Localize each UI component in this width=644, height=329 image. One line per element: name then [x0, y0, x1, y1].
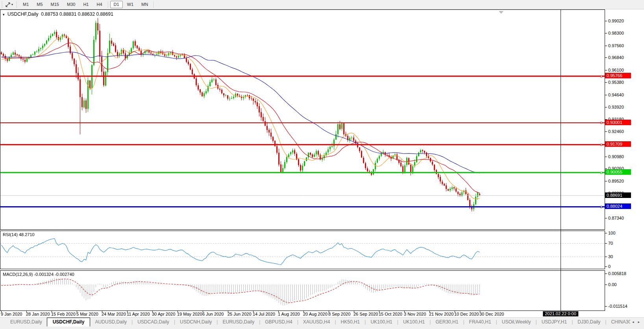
tabs-scroll: ◂ ▸: [630, 318, 644, 326]
chart-tab-usdcad-daily[interactable]: USDCAD,Daily: [133, 318, 174, 326]
chart-tab-dj30-daily[interactable]: DJ30,Daily: [573, 318, 605, 326]
hline-handle[interactable]: [600, 206, 602, 208]
ohlc-high: 0.88831: [59, 11, 76, 17]
chart-tab-eurusd-daily[interactable]: EURUSD,Daily: [6, 318, 47, 326]
date-tick-label: 3 Nov 2020: [404, 312, 426, 316]
price-tick-mark: [605, 57, 607, 58]
chart-tab-audusd-daily[interactable]: AUDUSD,Daily: [90, 318, 131, 326]
chart-tab-usdchf-daily[interactable]: USDCHF,Daily: [47, 318, 91, 327]
rsi-tick-label: 0: [608, 264, 611, 269]
tabs-scroll-right-icon[interactable]: ▸: [636, 319, 642, 325]
price-tick-mark: [605, 70, 607, 70]
chart-title: ▾ USDCHF,Daily 0.88753 0.88831 0.88632 0…: [3, 11, 113, 17]
timeframe-button-w1[interactable]: W1: [124, 1, 137, 8]
main-chart-pane[interactable]: ▾ USDCHF,Daily 0.88753 0.88831 0.88632 0…: [0, 9, 605, 230]
date-tick-label: 21 Nov 2020: [429, 312, 453, 316]
price-tick-label: 0.99020: [608, 18, 624, 23]
date-tick-label: 14 Jul 2020: [253, 312, 275, 316]
price-tick-label: 0.89520: [608, 179, 624, 183]
timeframe-button-m1[interactable]: M1: [19, 1, 32, 8]
rsi-tick-label: 100: [608, 231, 615, 235]
price-tick-mark: [605, 46, 607, 46]
chart-tab-uk100-h1[interactable]: UK100,H1: [398, 318, 429, 326]
date-tick-label: 11 Apr 2020: [127, 312, 150, 316]
timeframe-button-m15[interactable]: M15: [47, 1, 63, 8]
date-axis[interactable]: 9 Jan 202028 Jan 202015 Feb 20205 Mar 20…: [0, 311, 605, 317]
chart-tab-usdcnh-daily[interactable]: USDCNH,Daily: [175, 318, 217, 326]
price-tick-mark: [605, 107, 607, 107]
macd-tick-mark: [605, 274, 607, 274]
toolbar-grip[interactable]: [1, 2, 3, 8]
current-price-badge: 0.88691: [605, 192, 631, 198]
timeframe-button-mn[interactable]: MN: [138, 1, 152, 8]
macd-canvas[interactable]: [0, 271, 605, 311]
chart-tab-china300-h1[interactable]: CHINA300,H1: [606, 318, 630, 326]
price-tick-label: 0.92460: [608, 129, 624, 134]
chart-tab-xauusd-h4[interactable]: XAUUSD,H4: [298, 318, 335, 326]
chart-title-caret-icon[interactable]: ▾: [3, 13, 5, 17]
chart-tabs: EURUSD,DailyUSDCHF,DailyAUDUSD,Daily|USD…: [0, 318, 630, 327]
candlestick-canvas[interactable]: [0, 10, 605, 229]
price-badge-0.95766: 0.95766: [605, 73, 631, 78]
crosshair-cursor-icon[interactable]: [4, 1, 11, 8]
rsi-label: RSI(14) 48.2710: [3, 232, 35, 237]
hline-handle[interactable]: [600, 122, 602, 124]
date-tick-label: 26 Sep 2020: [353, 312, 378, 316]
chart-tab-uk100-h1[interactable]: UK100,H1: [366, 318, 397, 326]
rsi-pane[interactable]: RSI(14) 48.2710: [0, 231, 605, 269]
hline-0.88024[interactable]: [0, 206, 605, 207]
crosshair-vline[interactable]: [561, 9, 561, 311]
chart-tabs-bar: EURUSD,DailyUSDCHF,DailyAUDUSD,Daily|USD…: [0, 317, 644, 329]
price-tick-mark: [605, 95, 607, 95]
timeframe-button-m5[interactable]: M5: [33, 1, 46, 8]
price-axis[interactable]: 0.957660.930010.917090.900550.880240.990…: [605, 9, 644, 311]
chart-tab-usdjpy-h1[interactable]: USDJPY,H1: [537, 318, 572, 326]
date-tick-label: 1 Aug 2020: [278, 312, 300, 316]
price-tick-label: 0.94640: [608, 92, 624, 97]
hline-0.95766[interactable]: [0, 76, 605, 77]
chart-tab-eurusd-daily[interactable]: EURUSD,Daily: [218, 318, 259, 326]
ohlc-open: 0.88753: [41, 11, 58, 17]
rsi-tick-mark: [605, 243, 607, 244]
rsi-canvas[interactable]: [0, 231, 605, 269]
timeframe-button-d1[interactable]: D1: [110, 1, 123, 8]
hline-0.90055[interactable]: [0, 172, 605, 173]
timeframe-button-h4[interactable]: H4: [93, 1, 105, 8]
price-tick-mark: [605, 21, 607, 21]
date-tick-label: 15 Feb 2020: [51, 312, 76, 316]
toolbar-grip-2[interactable]: [16, 2, 18, 8]
dropdown-caret-icon[interactable]: ▾: [11, 3, 13, 6]
macd-tick-label: -0.011514: [608, 304, 627, 309]
macd-label: MACD(12,26,9) -0.001324 -0.002740: [3, 272, 74, 277]
price-tick-label: 0.96100: [608, 68, 624, 72]
rsi-tick-mark: [605, 233, 607, 233]
hline-0.93001[interactable]: [0, 122, 605, 123]
hline-handle[interactable]: [600, 172, 602, 174]
date-tick-label: 30 Dec 2020: [479, 312, 504, 316]
tabs-scroll-left-icon[interactable]: ◂: [630, 319, 636, 325]
chart-tab-ger30-h1[interactable]: GER30,H1: [431, 318, 463, 326]
chart-shift-marker-icon[interactable]: [499, 11, 503, 14]
chart-tab-usoil-weekly[interactable]: USOil,Weekly: [497, 318, 536, 326]
price-tick-label: 0.87340: [608, 216, 624, 220]
macd-pane[interactable]: MACD(12,26,9) -0.001324 -0.002740: [0, 270, 605, 311]
price-tick-mark: [605, 181, 607, 181]
price-tick-label: 0.98300: [608, 31, 624, 35]
date-tick-label: 10 Dec 2020: [454, 312, 479, 316]
chart-tab-fra40-h1[interactable]: FRA40,H1: [464, 318, 496, 326]
hline-handle[interactable]: [600, 144, 602, 146]
mt4-window: ▾ M1M5M15M30H1H4D1W1MN ▾ USDCHF,Daily 0.…: [0, 0, 644, 329]
timeframe-button-m30[interactable]: M30: [63, 1, 79, 8]
macd-tick-label: 0.005818: [608, 271, 626, 276]
ohlc-close: 0.88691: [96, 11, 113, 17]
chart-tab-hk50-h1[interactable]: HK50,H1: [336, 318, 365, 326]
price-tick-mark: [605, 218, 607, 218]
date-tick-label: 30 Apr 2020: [152, 312, 175, 316]
chart-tab-gbpusd-h4[interactable]: GBPUSD,H4: [260, 318, 297, 326]
price-tick-label: 0.90980: [608, 154, 624, 159]
hline-0.91709[interactable]: [0, 144, 605, 145]
timeframe-button-h1[interactable]: H1: [80, 1, 92, 8]
hline-handle[interactable]: [600, 75, 602, 77]
price-badge-0.93001: 0.93001: [605, 120, 631, 125]
date-tick-label: 24 Mar 2020: [102, 312, 126, 316]
